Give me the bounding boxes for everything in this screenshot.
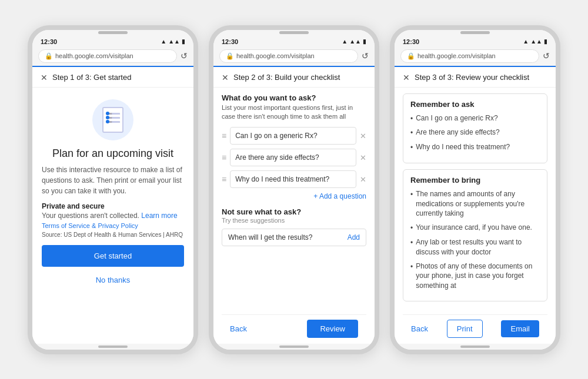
notch-pill: [98, 31, 128, 34]
step-title-3: Step 3 of 3: Review your checklist: [415, 73, 529, 82]
url-bar-3: 🔒 health.google.com/visitplan: [400, 49, 539, 63]
question-item-3: ≡ ✕: [222, 170, 366, 188]
remove-question-2[interactable]: ✕: [360, 153, 366, 162]
question-item-2: ≡ ✕: [222, 149, 366, 166]
add-question-link[interactable]: + Add a question: [222, 192, 366, 200]
illus-circle: [92, 99, 133, 140]
url-text-1: health.google.com/visitplan: [55, 52, 133, 59]
privacy-link[interactable]: Privacy Policy: [98, 222, 138, 229]
remove-question-1[interactable]: ✕: [360, 132, 366, 140]
ask-item-1: • Can I go on a generic Rx?: [410, 113, 540, 124]
terms-link[interactable]: Terms of Service: [42, 222, 90, 229]
drag-handle-3[interactable]: ≡: [222, 175, 226, 184]
signal-icon-3: ▲▲: [530, 38, 542, 45]
status-time-1: 12:30: [41, 38, 57, 45]
back-button-3[interactable]: Back: [411, 324, 428, 333]
print-button[interactable]: Print: [447, 320, 483, 338]
status-time-2: 12:30: [222, 38, 238, 45]
not-sure-sub: Try these suggestions: [222, 217, 366, 224]
phone3-footer: Back Print Email: [403, 314, 547, 344]
phone3-content: ✕ Step 3 of 3: Review your checklist Rem…: [395, 67, 556, 344]
reload-btn-3[interactable]: ↺: [543, 51, 550, 61]
bottom-pill-2: [279, 346, 309, 348]
lock-icon-1: 🔒: [45, 52, 53, 60]
get-started-button[interactable]: Get started: [42, 245, 184, 267]
drag-handle-2[interactable]: ≡: [222, 153, 226, 162]
bullet-b2: •: [410, 223, 413, 233]
battery-icon-3: ▮: [544, 38, 547, 45]
bring-item-4: • Photos of any of these documents on yo…: [410, 261, 540, 291]
lock-icon-3: 🔒: [407, 52, 415, 60]
browser-bar-1: 🔒 health.google.com/visitplan ↺: [32, 46, 193, 67]
bullet-b3: •: [410, 238, 413, 257]
remove-question-3[interactable]: ✕: [360, 175, 366, 184]
phone3-body: Remember to ask • Can I go on a generic …: [395, 88, 556, 344]
phone-top-notch-3: [395, 30, 556, 36]
bring-title: Remember to bring: [410, 176, 540, 185]
illus-doc: [102, 107, 123, 133]
close-icon-1[interactable]: ✕: [41, 73, 48, 82]
illus-fill-3: [112, 121, 120, 123]
phone-top-notch-2: [213, 30, 375, 36]
drag-handle-1[interactable]: ≡: [222, 131, 226, 140]
url-text-3: health.google.com/visitplan: [417, 52, 496, 59]
bring-item-3: • Any lab or test results you want to di…: [410, 237, 540, 257]
phone1-body: Plan for an upcoming visit Use this inte…: [32, 88, 193, 344]
private-label: Private and secure: [42, 202, 184, 210]
illus-check-3: [106, 120, 109, 123]
status-icons-1: ▲ ▲▲ ▮: [161, 38, 185, 45]
step-title-2: Step 2 of 3: Build your checklist: [233, 73, 340, 82]
phone2-footer: Back Review: [222, 314, 366, 344]
bullet-b4: •: [410, 262, 413, 291]
question-item-1: ≡ ✕: [222, 127, 366, 145]
phone-1: 12:30 ▲ ▲▲ ▮ 🔒 health.google.com/visitpl…: [28, 25, 198, 354]
plan-desc: Use this interactive resource to make a …: [42, 165, 184, 196]
bottom-pill-1: [98, 346, 128, 348]
status-icons-2: ▲ ▲▲ ▮: [342, 38, 366, 45]
battery-icon: ▮: [182, 38, 185, 45]
status-time-3: 12:30: [403, 38, 419, 45]
phone-2: 12:30 ▲ ▲▲ ▮ 🔒 health.google.com/visitpl…: [209, 25, 379, 354]
step-header-2: ✕ Step 2 of 3: Build your checklist: [213, 67, 375, 88]
question-input-2[interactable]: [230, 149, 356, 166]
no-thanks-button[interactable]: No thanks: [42, 270, 184, 290]
step-title-1: Step 1 of 3: Get started: [52, 73, 131, 82]
illus-check-1: [106, 112, 109, 115]
phone-bottom-1: [32, 344, 193, 350]
suggestion-add-1[interactable]: Add: [348, 233, 360, 242]
lock-icon-2: 🔒: [226, 52, 234, 60]
status-bar-1: 12:30 ▲ ▲▲ ▮: [32, 36, 193, 46]
close-icon-3[interactable]: ✕: [403, 73, 410, 82]
phone-bottom-3: [395, 344, 556, 350]
remember-ask-section: Remember to ask • Can I go on a generic …: [403, 93, 547, 163]
question-input-3[interactable]: [230, 170, 356, 188]
bring-item-1: • The names and amounts of any medicatio…: [410, 189, 540, 219]
ask-item-2: • Are there any side effects?: [410, 128, 540, 138]
reload-btn-2[interactable]: ↺: [362, 51, 369, 61]
question-input-1[interactable]: [230, 127, 356, 145]
review-button[interactable]: Review: [307, 320, 358, 338]
question-title: What do you want to ask?: [222, 93, 366, 102]
phone2-content: ✕ Step 2 of 3: Build your checklist What…: [213, 67, 375, 344]
browser-bar-3: 🔒 health.google.com/visitplan ↺: [395, 46, 556, 67]
back-button-2[interactable]: Back: [230, 324, 247, 333]
email-button[interactable]: Email: [501, 320, 539, 337]
url-text-2: health.google.com/visitplan: [236, 52, 315, 59]
illustration-1: [89, 99, 136, 140]
close-icon-2[interactable]: ✕: [222, 73, 229, 82]
bring-item-2: • Your insurance card, if you have one.: [410, 223, 540, 233]
illus-line-1: [106, 113, 120, 115]
notch-pill-2: [279, 31, 309, 34]
learn-more-link[interactable]: Learn more: [141, 212, 177, 220]
reload-btn-1[interactable]: ↺: [181, 51, 188, 61]
illus-fill-1: [112, 113, 120, 115]
browser-bar-2: 🔒 health.google.com/visitplan ↺: [213, 46, 375, 67]
wifi-icon: ▲: [161, 38, 166, 45]
bullet-2: •: [410, 128, 413, 138]
phone-top-notch: [32, 30, 193, 36]
ask-title: Remember to ask: [410, 100, 540, 109]
step-header-1: ✕ Step 1 of 3: Get started: [32, 67, 193, 88]
illus-line-2: [106, 117, 120, 119]
status-bar-3: 12:30 ▲ ▲▲ ▮: [395, 36, 556, 46]
status-icons-3: ▲ ▲▲ ▮: [523, 38, 547, 45]
